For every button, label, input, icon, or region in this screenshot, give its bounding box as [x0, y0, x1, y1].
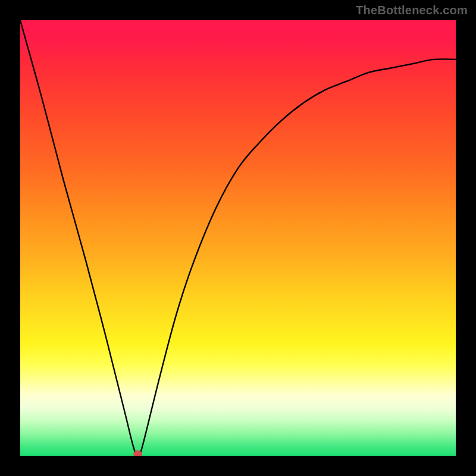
minimum-marker-icon — [134, 451, 142, 456]
chart-root: { "attribution": "TheBottleneck.com", "c… — [0, 0, 476, 476]
attribution-text: TheBottleneck.com — [356, 4, 468, 17]
bottleneck-curve — [20, 20, 456, 456]
curve-path — [20, 20, 456, 456]
plot-area — [20, 20, 456, 456]
